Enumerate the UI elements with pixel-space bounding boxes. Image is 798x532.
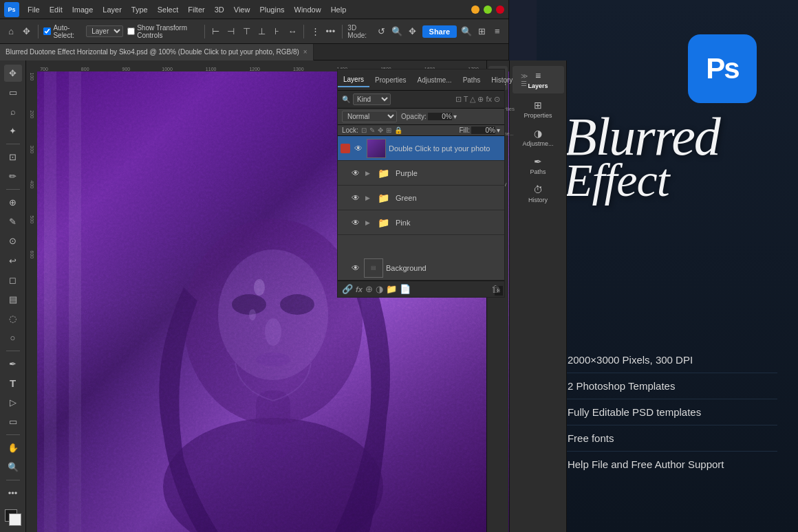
layer-folder-btn[interactable]: 📁 — [386, 284, 397, 294]
auto-select-checkbox[interactable] — [43, 27, 51, 35]
tab-properties[interactable]: Properties — [369, 74, 412, 87]
opacity-dropdown-icon[interactable]: ▾ — [453, 113, 457, 120]
layer-vis-2[interactable]: 👁 — [350, 168, 361, 178]
menu-3d[interactable]: 3D — [211, 4, 228, 15]
file-tab[interactable]: Blurred Duotone Effect Horizontal by Sko… — [0, 44, 314, 60]
filter-pixel-icon[interactable]: ⊡ — [455, 95, 462, 104]
panel-more-icon[interactable]: ≫ ☰ — [518, 69, 530, 90]
layer-link-btn[interactable]: 🔗 — [342, 284, 353, 294]
layer-vis-4[interactable]: 👁 — [350, 218, 361, 228]
type-tool[interactable]: T — [4, 375, 22, 392]
3d-pan-icon[interactable]: ✥ — [407, 25, 418, 38]
tab-close-icon[interactable]: × — [303, 48, 308, 56]
home-icon[interactable]: ⌂ — [6, 25, 17, 38]
layer-expand-4[interactable]: ▶ — [364, 219, 371, 226]
filter-toggle[interactable]: ⊙ — [494, 95, 500, 104]
menu-file[interactable]: File — [23, 4, 44, 15]
zoom-tool[interactable]: 🔍 — [4, 458, 22, 476]
clone-tool[interactable]: ⊙ — [4, 232, 22, 250]
tab-adjustments[interactable]: Adjustme... — [412, 74, 457, 87]
filter-effect-icon[interactable]: fx — [486, 95, 492, 104]
gradient-tool[interactable]: ▤ — [4, 291, 22, 308]
layer-vis-3[interactable]: 👁 — [350, 193, 361, 203]
align-top-icon[interactable]: ⊥ — [256, 25, 267, 38]
layer-fx-btn[interactable]: fx — [356, 285, 363, 293]
menu-view[interactable]: View — [230, 4, 255, 15]
fill-dropdown-icon[interactable]: ▾ — [497, 126, 500, 134]
menu-layer[interactable]: Layer — [98, 4, 126, 15]
more-tools-icon[interactable]: ••• — [4, 485, 22, 502]
opacity-input[interactable] — [428, 113, 452, 120]
align-right-icon[interactable]: ⊤ — [241, 25, 252, 38]
hand-tool[interactable]: ✋ — [4, 439, 22, 456]
fill-input[interactable] — [471, 126, 495, 134]
eraser-tool[interactable]: ◻ — [4, 271, 22, 289]
search-icon[interactable]: 🔍 — [461, 25, 472, 38]
move-tool[interactable]: ✥ — [4, 65, 22, 82]
lock-trans-icon[interactable]: ⊡ — [361, 126, 367, 134]
3d-zoom-icon[interactable]: 🔍 — [391, 25, 402, 38]
align-left-icon[interactable]: ⊢ — [210, 25, 221, 38]
move-icon[interactable]: ✥ — [21, 25, 32, 38]
settings-icon[interactable]: ≡ — [492, 25, 503, 38]
align-bottom-icon[interactable]: ↔ — [287, 25, 298, 38]
layer-add-btn[interactable]: 📄 — [400, 284, 411, 294]
align-middle-icon[interactable]: ⊦ — [272, 25, 283, 38]
menu-plugins[interactable]: Plugins — [255, 4, 288, 15]
eyedropper-tool[interactable]: ✏ — [4, 168, 22, 185]
lasso-tool[interactable]: ⌕ — [4, 103, 22, 120]
share-button[interactable]: Share — [422, 25, 457, 38]
distribute-icon[interactable]: ⋮ — [310, 25, 321, 38]
menu-type[interactable]: Type — [127, 4, 152, 15]
close-button[interactable] — [496, 5, 504, 14]
layer-expand-2[interactable]: ▶ — [364, 170, 371, 177]
menu-image[interactable]: Image — [68, 4, 98, 15]
filter-shape-icon[interactable]: △ — [470, 95, 475, 104]
layer-item-purple[interactable]: 👁 ▶ 📁 Purple — [338, 161, 504, 186]
magic-wand-tool[interactable]: ✦ — [4, 122, 22, 140]
color-swatches[interactable] — [2, 507, 24, 528]
menu-help[interactable]: Help — [327, 4, 351, 15]
auto-select-dropdown[interactable]: Layer — [86, 25, 123, 37]
menu-select[interactable]: Select — [153, 4, 183, 15]
maximize-button[interactable] — [484, 5, 492, 14]
lock-all-icon[interactable]: 🔒 — [394, 126, 402, 134]
layer-kind-select[interactable]: Kind — [353, 93, 391, 105]
layer-item-background[interactable]: 👁 ▤ Background — [338, 256, 504, 280]
prop-adjustments-item[interactable]: ◑ Adjustme... — [513, 124, 564, 151]
tab-layers[interactable]: Layers — [338, 73, 369, 87]
layer-mask-btn[interactable]: ⊕ — [365, 284, 373, 294]
window-icon[interactable]: ⊞ — [476, 25, 487, 38]
menu-edit[interactable]: Edit — [45, 4, 67, 15]
layer-vis-1[interactable]: 👁 — [353, 144, 364, 153]
minimize-button[interactable] — [471, 5, 479, 14]
pen-tool[interactable]: ✒ — [4, 355, 22, 373]
align-center-icon[interactable]: ⊣ — [226, 25, 237, 38]
layer-item-photo[interactable]: 👁 ⛓ Double Click to put your photo — [338, 136, 504, 161]
layer-expand-3[interactable]: ▶ — [364, 195, 371, 201]
dodge-tool[interactable]: ○ — [4, 329, 22, 346]
more-options-icon[interactable]: ••• — [325, 25, 336, 38]
menu-filter[interactable]: Filter — [184, 4, 208, 15]
layer-adjustment-btn[interactable]: ◑ — [376, 284, 383, 294]
transform-checkbox[interactable] — [127, 27, 135, 35]
select-rect-tool[interactable]: ▭ — [4, 84, 22, 101]
layer-item-pink[interactable]: 👁 ▶ 📁 Pink — [338, 210, 504, 235]
menu-window[interactable]: Window — [290, 4, 325, 15]
filter-type-icon[interactable]: T — [464, 95, 468, 104]
tab-history[interactable]: History — [486, 74, 518, 87]
blur-tool[interactable]: ◌ — [4, 310, 22, 327]
blend-mode-select[interactable]: Normal — [342, 111, 397, 122]
path-select-tool[interactable]: ▷ — [4, 394, 22, 411]
filter-smart-icon[interactable]: ⊕ — [477, 95, 484, 104]
lock-position-icon[interactable]: ✥ — [378, 126, 383, 134]
prop-properties-item[interactable]: ⊞ Properties — [513, 96, 564, 123]
3d-rotate-icon[interactable]: ↺ — [376, 25, 387, 38]
crop-tool[interactable]: ⊡ — [4, 148, 22, 166]
heal-tool[interactable]: ⊕ — [4, 194, 22, 211]
brush-tool[interactable]: ✎ — [4, 213, 22, 230]
prop-history-item[interactable]: ⏱ History — [513, 180, 564, 208]
layer-item-green[interactable]: 👁 ▶ 📁 Green — [338, 186, 504, 210]
lock-pixels-icon[interactable]: ✎ — [369, 126, 375, 134]
prop-paths-item[interactable]: ✒ Paths — [513, 152, 564, 179]
